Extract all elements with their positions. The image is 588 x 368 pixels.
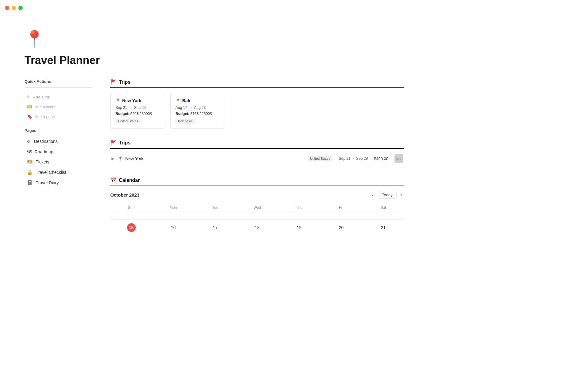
sidebar-item-destinations[interactable]: ✈ Destinations <box>24 136 92 146</box>
cal-header-fri: Fri <box>320 204 362 212</box>
sidebar-item-tickets[interactable]: 🎫 Tickets <box>24 157 92 167</box>
divider-quick-actions <box>24 87 92 88</box>
pin-icon-bali: 📍 <box>175 98 180 103</box>
pages-section: Pages ✈ Destinations 🗺 Roadmap 🎫 Tickets… <box>24 128 92 188</box>
cal-header-thu: Thu <box>278 204 320 212</box>
cal-cell-0-2[interactable] <box>194 212 236 220</box>
minimize-button[interactable] <box>12 6 16 10</box>
trips-list-header: 🚩 Trips <box>110 140 404 149</box>
expand-icon[interactable]: ▶ <box>111 156 114 161</box>
cal-cell-0-3[interactable] <box>236 212 278 220</box>
trip-bali-name: Bali <box>182 98 190 103</box>
trip-bali-name-row: 📍 Bali <box>175 98 220 103</box>
titlebar <box>0 0 588 16</box>
main-content: 🚩 Trips 📍 New York Sep 21 → Sep 29 <box>110 79 404 236</box>
cal-cell-1-2[interactable]: 17 <box>194 220 236 236</box>
tickets-label: Tickets <box>36 159 49 164</box>
cal-header-mon: Mon <box>152 204 194 212</box>
calendar-title: Calendar <box>119 178 140 183</box>
tickets-icon: 🎫 <box>27 159 33 165</box>
destinations-label: Destinations <box>34 139 58 144</box>
calendar-today-button[interactable]: Today <box>378 191 397 199</box>
ticket-icon: 🎫 <box>27 104 32 109</box>
cal-cell-0-5[interactable] <box>320 212 362 220</box>
cal-day-15: 15 <box>127 223 136 232</box>
cal-header-sat: Sat <box>362 204 404 212</box>
cal-day-18: 18 <box>253 223 262 232</box>
list-row-name: New York <box>125 156 305 161</box>
destinations-icon: ✈ <box>27 139 31 144</box>
trips-list-flag-icon: 🚩 <box>110 140 116 146</box>
cal-day-19: 19 <box>295 223 303 232</box>
cal-header-wed: Wed <box>236 204 278 212</box>
trip-bali-dates: Aug 17 → Aug 23 <box>175 105 220 110</box>
bookmark-icon: 🔖 <box>27 114 32 119</box>
trip-newyork-name-row: 📍 New York <box>115 98 160 103</box>
list-row-country: United States <box>307 156 333 161</box>
roadmap-label: Roadmap <box>35 149 53 154</box>
calendar-prev-button[interactable]: ‹ <box>370 192 375 198</box>
cal-day-16: 16 <box>169 223 178 232</box>
add-trip-action[interactable]: ✈ Add a trip <box>24 93 92 101</box>
close-button[interactable] <box>5 6 9 10</box>
svg-text:img: img <box>396 157 401 160</box>
cal-cell-0-0[interactable] <box>110 212 152 220</box>
cal-header-sun: Sun <box>110 204 152 212</box>
diary-label: Travel Diary <box>36 180 59 185</box>
trips-cards-header: 🚩 Trips <box>110 79 404 88</box>
roadmap-icon: 🗺 <box>27 149 32 154</box>
cal-cell-1-3[interactable]: 18 <box>236 220 278 236</box>
add-ticket-label: Add a ticket <box>35 105 55 109</box>
cal-cell-1-1[interactable]: 16 <box>152 220 194 236</box>
cal-cell-1-4[interactable]: 19 <box>278 220 320 236</box>
cal-cell-1-6[interactable]: 21 <box>362 220 404 236</box>
calendar-icon: 📅 <box>110 177 116 183</box>
calendar-grid: Sun Mon Tue Wed Thu Fri Sat 151617181920… <box>110 204 404 236</box>
trip-bali-budget: Budget: 376$ / 2500$ <box>175 112 220 116</box>
trips-cards-container: 📍 New York Sep 21 → Sep 29 Budget: 520$ … <box>110 93 404 129</box>
sidebar: Quick Actions ✈ Add a trip 🎫 Add a ticke… <box>24 79 92 188</box>
calendar-next-button[interactable]: › <box>399 192 404 198</box>
trip-bali-tag: Indonesia <box>175 119 195 124</box>
add-trip-label: Add a trip <box>33 95 50 99</box>
trips-list-title: Trips <box>119 140 130 146</box>
sidebar-item-diary[interactable]: 📓 Travel Diary <box>24 178 92 188</box>
trip-newyork-budget: Budget: 520$ / 3000$ <box>115 112 160 116</box>
pin-icon-newyork: 📍 <box>115 98 120 103</box>
trips-list-section: 🚩 Trips ▶ 📍 New York United States Sep 2… <box>110 140 404 166</box>
trips-flag-icon: 🚩 <box>110 79 116 85</box>
cal-day-21: 21 <box>379 223 387 232</box>
maximize-button[interactable] <box>18 6 23 10</box>
trips-list-row-newyork[interactable]: ▶ 📍 New York United States Sep 21 → Sep … <box>110 151 404 166</box>
list-pin-icon: 📍 <box>118 156 123 161</box>
trip-card-bali[interactable]: 📍 Bali Aug 17 → Aug 23 Budget: 376$ / 25… <box>170 93 225 129</box>
app-icon: 📍 <box>24 31 404 47</box>
list-row-dates: Sep 21 → Sep 29 <box>339 156 368 161</box>
sidebar-item-checklist[interactable]: 🔒 Travel Checklist <box>24 167 92 177</box>
cal-day-20: 20 <box>337 223 345 232</box>
list-row-avatar: img <box>394 154 403 163</box>
calendar-header: 📅 Calendar <box>110 177 404 186</box>
checklist-icon: 🔒 <box>27 170 33 175</box>
cal-cell-1-5[interactable]: 20 <box>320 220 362 236</box>
add-page-label: Add a page <box>35 114 55 119</box>
cal-header-tue: Tue <box>194 204 236 212</box>
cal-cell-0-6[interactable] <box>362 212 404 220</box>
cal-cell-0-4[interactable] <box>278 212 320 220</box>
trip-card-newyork[interactable]: 📍 New York Sep 21 → Sep 29 Budget: 520$ … <box>110 93 165 129</box>
quick-actions-title: Quick Actions <box>24 79 92 84</box>
add-page-action[interactable]: 🔖 Add a page <box>24 112 92 121</box>
trip-newyork-dates: Sep 21 → Sep 29 <box>115 105 160 110</box>
main-container: 📍 Travel Planner Quick Actions ✈ Add a t… <box>0 16 429 250</box>
pages-title: Pages <box>24 128 92 133</box>
list-row-amount: $490.00 <box>374 156 388 161</box>
content-layout: Quick Actions ✈ Add a trip 🎫 Add a ticke… <box>24 79 404 236</box>
calendar-section: 📅 Calendar October 2023 ‹ Today › Sun <box>110 177 404 236</box>
cal-cell-1-0[interactable]: 15 <box>110 220 152 236</box>
add-ticket-action[interactable]: 🎫 Add a ticket <box>24 102 92 111</box>
sidebar-item-roadmap[interactable]: 🗺 Roadmap <box>24 147 92 156</box>
calendar-nav-group: ‹ Today › <box>370 191 404 199</box>
trip-newyork-name: New York <box>122 98 141 103</box>
plane-icon: ✈ <box>27 94 31 99</box>
cal-cell-0-1[interactable] <box>152 212 194 220</box>
